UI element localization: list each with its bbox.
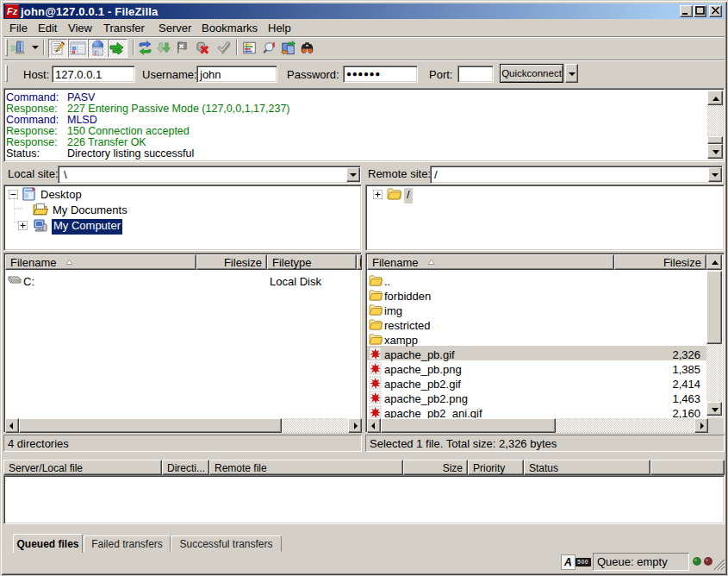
svg-text:Fz: Fz [7,6,18,16]
